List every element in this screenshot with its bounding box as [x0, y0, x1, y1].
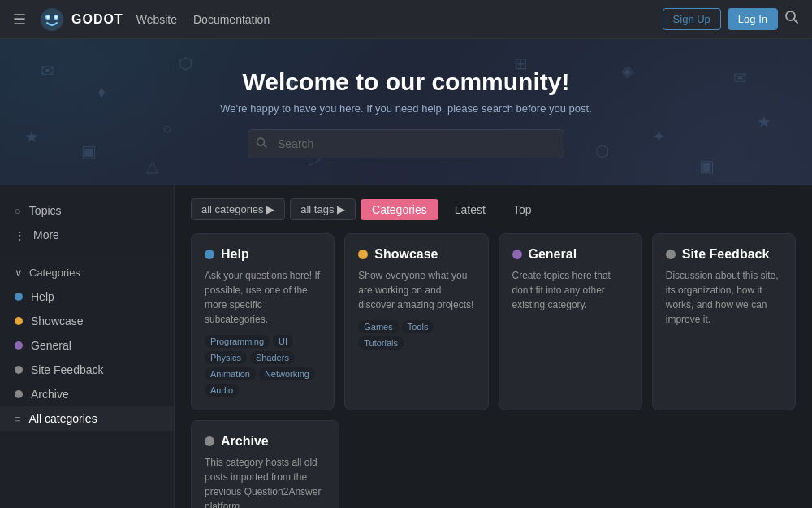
- sidebar-site-feedback-label: Site Feedback: [31, 363, 104, 376]
- main-content: all categories ▶ all tags ▶ Categories L…: [175, 185, 812, 508]
- sidebar-archive-label: Archive: [31, 388, 69, 401]
- card-help-header: Help: [205, 247, 321, 262]
- sidebar-topics-label: Topics: [29, 204, 62, 217]
- svg-point-0: [41, 8, 63, 31]
- sidebar: ○ Topics ⋮ More ∨ Categories Help Showca…: [0, 185, 175, 508]
- card-help-description: Ask your questions here! If possible, us…: [205, 268, 321, 327]
- all-categories-icon: ≡: [15, 413, 21, 425]
- sidebar-categories-label: Categories: [29, 267, 80, 279]
- card-showcase-title: Showcase: [374, 247, 438, 262]
- card-help[interactable]: Help Ask your questions here! If possibl…: [191, 233, 335, 410]
- sidebar-item-all-categories[interactable]: ≡ All categories: [0, 406, 174, 431]
- sidebar-item-help[interactable]: Help: [0, 284, 174, 309]
- showcase-dot: [15, 317, 23, 325]
- sidebar-help-label: Help: [31, 290, 54, 303]
- card-site-feedback-description: Discussion about this site, its organiza…: [666, 268, 782, 327]
- content-area: ○ Topics ⋮ More ∨ Categories Help Showca…: [0, 185, 812, 508]
- signup-button[interactable]: Sign Up: [663, 8, 721, 30]
- tag-audio[interactable]: Audio: [205, 384, 239, 397]
- card-site-feedback-title: Site Feedback: [682, 247, 770, 262]
- site-feedback-dot: [15, 366, 23, 374]
- card-showcase-tags: Games Tools Tutorials: [358, 320, 474, 350]
- cards-grid-row1: Help Ask your questions here! If possibl…: [191, 233, 796, 410]
- general-dot: [15, 341, 23, 350]
- card-archive-title: Archive: [221, 434, 269, 449]
- hero-subtitle: We're happy to have you here. If you nee…: [220, 102, 592, 115]
- tag-tutorials[interactable]: Tutorials: [358, 336, 404, 350]
- card-general-header: General: [512, 247, 628, 262]
- card-help-tags: Programming UI Physics Shaders Animation…: [205, 335, 321, 397]
- sidebar-item-archive[interactable]: Archive: [0, 382, 174, 406]
- card-archive-dot: [205, 436, 214, 446]
- cards-row2-spacer: [349, 420, 796, 508]
- tab-bar: all categories ▶ all tags ▶ Categories L…: [191, 198, 796, 220]
- help-dot: [15, 293, 23, 301]
- website-link[interactable]: Website: [136, 13, 177, 26]
- filter-tags-button[interactable]: all tags ▶: [290, 198, 356, 220]
- sidebar-categories-header[interactable]: ∨ Categories: [0, 261, 174, 284]
- sidebar-item-showcase[interactable]: Showcase: [0, 309, 174, 333]
- tab-categories[interactable]: Categories: [361, 199, 438, 220]
- svg-line-8: [263, 144, 266, 147]
- card-help-dot: [205, 250, 214, 259]
- search-input[interactable]: [248, 129, 564, 158]
- sidebar-item-site-feedback[interactable]: Site Feedback: [0, 358, 174, 382]
- tag-networking[interactable]: Networking: [259, 367, 315, 380]
- hero-search-container: [248, 129, 564, 158]
- archive-dot: [15, 390, 23, 398]
- tag-physics[interactable]: Physics: [205, 351, 247, 364]
- card-help-title: Help: [221, 247, 249, 262]
- card-showcase[interactable]: Showcase Show everyone what you are work…: [344, 233, 488, 410]
- card-general-description: Create topics here that don't fit into a…: [512, 268, 628, 312]
- sidebar-item-topics[interactable]: ○ Topics: [0, 198, 174, 223]
- logo-text: GODOT: [71, 12, 123, 27]
- tag-ui[interactable]: UI: [273, 335, 293, 348]
- sidebar-general-label: General: [31, 339, 71, 352]
- sidebar-more-label: More: [33, 228, 59, 241]
- search-input-icon: [256, 137, 267, 150]
- nav-links: Website Documentation: [136, 13, 270, 26]
- sidebar-divider: [0, 254, 174, 254]
- card-archive-header: Archive: [205, 434, 326, 449]
- tag-animation[interactable]: Animation: [205, 367, 256, 380]
- topics-icon: ○: [15, 205, 21, 217]
- card-site-feedback[interactable]: Site Feedback Discussion about this site…: [652, 233, 796, 410]
- card-showcase-header: Showcase: [358, 247, 474, 262]
- card-general-title: General: [529, 247, 577, 262]
- hero-title: Welcome to our community!: [243, 68, 570, 96]
- tab-top[interactable]: Top: [502, 199, 543, 220]
- sidebar-all-categories-label: All categories: [29, 412, 97, 425]
- hamburger-icon[interactable]: ☰: [13, 11, 26, 28]
- godot-logo-icon: [39, 7, 65, 33]
- svg-point-4: [55, 15, 58, 18]
- card-site-feedback-dot: [666, 250, 676, 259]
- card-archive[interactable]: Archive This category hosts all old post…: [191, 420, 339, 508]
- sidebar-showcase-label: Showcase: [31, 315, 84, 328]
- categories-chevron-icon: ∨: [15, 267, 23, 279]
- navbar: ☰ GODOT Website Documentation Sign Up Lo…: [0, 0, 812, 39]
- more-icon: ⋮: [15, 229, 25, 241]
- search-icon[interactable]: [784, 10, 799, 28]
- card-general[interactable]: General Create topics here that don't fi…: [499, 233, 642, 410]
- sidebar-item-general[interactable]: General: [0, 333, 174, 358]
- logo[interactable]: GODOT: [39, 7, 123, 33]
- login-button[interactable]: Log In: [728, 8, 778, 30]
- navbar-right: Sign Up Log In: [663, 8, 799, 30]
- svg-line-6: [794, 20, 798, 24]
- svg-point-3: [47, 15, 50, 18]
- tag-programming[interactable]: Programming: [205, 335, 270, 348]
- cards-grid-row2: Archive This category hosts all old post…: [191, 420, 796, 508]
- tag-games[interactable]: Games: [358, 320, 398, 333]
- sidebar-item-more[interactable]: ⋮ More: [0, 223, 174, 247]
- tab-latest[interactable]: Latest: [443, 199, 497, 220]
- tag-tools[interactable]: Tools: [402, 320, 434, 333]
- card-showcase-description: Show everyone what you are working on an…: [358, 268, 474, 312]
- card-general-dot: [512, 250, 522, 259]
- docs-link[interactable]: Documentation: [193, 13, 270, 26]
- tag-shaders[interactable]: Shaders: [250, 351, 295, 364]
- filter-categories-button[interactable]: all categories ▶: [191, 198, 285, 220]
- card-archive-description: This category hosts all old posts import…: [205, 455, 326, 508]
- card-showcase-dot: [358, 250, 368, 259]
- hero-section: ✉ ★ ♦ ▣ ⬡ ○ △ ⬆ ▷ ◈ ✦ ▣ ✉ ★ ⬡ ⊞ Welcome …: [0, 39, 812, 185]
- card-site-feedback-header: Site Feedback: [666, 247, 782, 262]
